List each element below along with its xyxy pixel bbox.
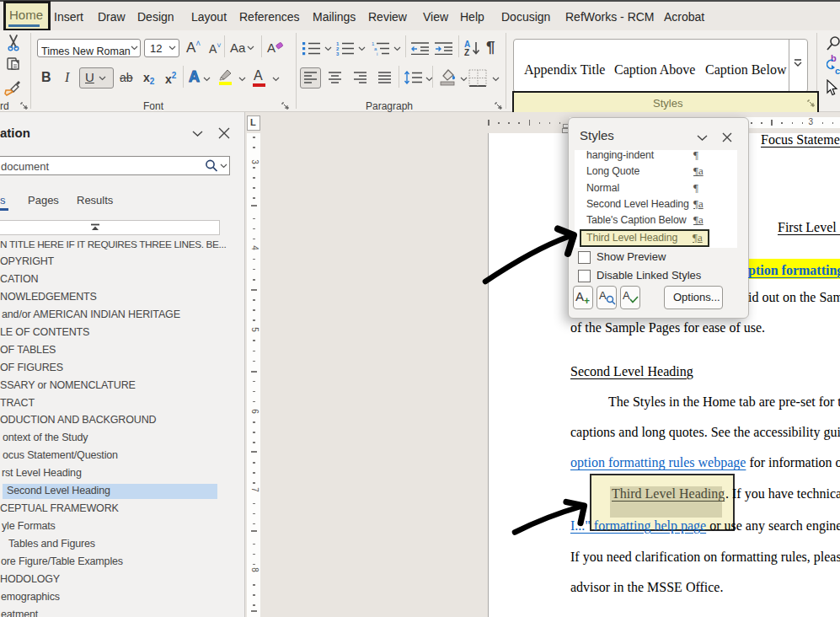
svg-text:i: i: [377, 51, 377, 56]
svg-text:3: 3: [336, 51, 340, 56]
svg-text:Z: Z: [464, 48, 469, 56]
